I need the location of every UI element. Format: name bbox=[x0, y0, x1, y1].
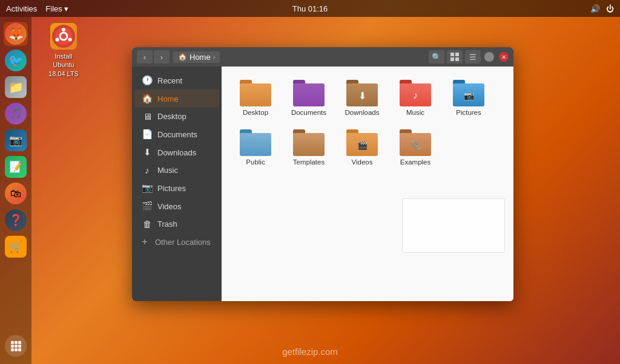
svg-rect-17 bbox=[455, 57, 459, 61]
trash-icon: 🗑 bbox=[142, 219, 153, 229]
close-button[interactable]: ✕ bbox=[499, 52, 509, 62]
topbar-clock: Thu 01:16 bbox=[292, 4, 328, 13]
sidebar-item-trash[interactable]: 🗑 Trash bbox=[134, 215, 219, 233]
folder-music[interactable]: ♪ Music bbox=[391, 76, 440, 121]
svg-rect-4 bbox=[15, 345, 18, 348]
dock-item-help[interactable]: ❓ bbox=[4, 208, 28, 232]
power-icon[interactable]: ⏻ bbox=[606, 4, 614, 13]
music-icon: ♪ bbox=[142, 165, 153, 175]
file-manager-window: ‹ › 🏠 Home › 🔍 ☰ ✕ bbox=[132, 47, 513, 301]
folder-pictures-icon: 📷 bbox=[453, 80, 484, 106]
folder-pictures[interactable]: 📷 Pictures bbox=[444, 76, 493, 121]
forward-button[interactable]: › bbox=[154, 50, 170, 63]
folder-public-icon bbox=[240, 129, 271, 156]
sidebar-label-pictures: Pictures bbox=[157, 184, 186, 193]
file-area: Desktop Documents ⬇ bbox=[222, 67, 513, 301]
svg-point-13 bbox=[55, 38, 59, 42]
dock-item-files[interactable]: 📁 bbox=[4, 75, 28, 99]
dock-item-firefox[interactable]: 🦊 bbox=[4, 22, 28, 46]
sidebar-label-recent: Recent bbox=[157, 76, 182, 85]
dock-item-amazon[interactable]: 🛒 bbox=[4, 235, 28, 259]
sidebar-item-home[interactable]: 🏠 Home bbox=[134, 89, 219, 108]
sidebar-item-videos[interactable]: 🎬 Videos bbox=[134, 197, 219, 215]
sidebar-label-home: Home bbox=[157, 94, 179, 103]
sidebar-label-documents: Documents bbox=[157, 130, 197, 139]
sidebar-label-desktop: Desktop bbox=[157, 112, 186, 121]
folder-examples-label: Examples bbox=[400, 158, 431, 167]
sidebar-item-recent[interactable]: 🕐 Recent bbox=[134, 71, 219, 89]
dock-item-libreoffice[interactable]: 📝 bbox=[4, 155, 28, 179]
sidebar-item-downloads[interactable]: ⬇ Downloads bbox=[134, 143, 219, 161]
sidebar-item-music[interactable]: ♪ Music bbox=[134, 161, 219, 179]
folder-desktop-label: Desktop bbox=[243, 109, 268, 117]
downloads-icon: ⬇ bbox=[142, 147, 153, 158]
topbar-right: 🔊 ⏻ bbox=[590, 4, 614, 13]
recent-icon: 🕐 bbox=[142, 75, 153, 86]
home-icon: 🏠 bbox=[178, 53, 187, 61]
view-toggle-button[interactable] bbox=[447, 50, 463, 63]
dock-item-thunderbird[interactable]: 🐦 bbox=[4, 48, 28, 73]
sidebar-item-pictures[interactable]: 📷 Pictures bbox=[134, 179, 219, 197]
svg-rect-8 bbox=[18, 348, 21, 351]
content-area: 🕐 Recent 🏠 Home 🖥 Desktop 📄 Documents ⬇ … bbox=[132, 67, 513, 301]
breadcrumb-label: Home bbox=[190, 53, 211, 62]
sidebar-item-documents[interactable]: 📄 Documents bbox=[134, 125, 219, 143]
svg-rect-0 bbox=[11, 341, 14, 344]
activities-button[interactable]: Activities bbox=[6, 4, 37, 13]
sidebar: 🕐 Recent 🏠 Home 🖥 Desktop 📄 Documents ⬇ … bbox=[132, 67, 222, 301]
topbar-left: Activities Files ▾ bbox=[6, 4, 68, 13]
sidebar-item-other-locations[interactable]: + Other Locations bbox=[132, 233, 222, 251]
folder-videos[interactable]: 🎬 Videos bbox=[338, 126, 386, 171]
search-button[interactable]: 🔍 bbox=[429, 50, 444, 63]
svg-rect-16 bbox=[450, 57, 454, 61]
dock-item-rhythmbox[interactable]: 🎵 bbox=[4, 102, 28, 126]
dock: 🦊 🐦 📁 🎵 📷 📝 🛍 ❓ 🛒 bbox=[0, 17, 31, 364]
audio-icon[interactable]: 🔊 bbox=[590, 4, 600, 13]
svg-rect-2 bbox=[18, 341, 21, 344]
dock-item-ubuntu-software[interactable]: 🛍 bbox=[4, 181, 28, 206]
pictures-icon: 📷 bbox=[142, 183, 153, 193]
folder-examples[interactable]: 📎 Examples bbox=[391, 126, 440, 171]
files-menu[interactable]: Files ▾ bbox=[45, 4, 68, 13]
sidebar-label-music: Music bbox=[157, 166, 178, 175]
ubuntu-install-icon-img bbox=[50, 23, 77, 50]
dock-item-shotwell[interactable]: 📷 bbox=[4, 128, 28, 152]
install-ubuntu-label: InstallUbuntu18.04 LTS bbox=[48, 52, 79, 78]
folder-templates[interactable]: Templates bbox=[285, 126, 333, 171]
add-icon: + bbox=[139, 236, 150, 247]
breadcrumb-chevron: › bbox=[213, 53, 216, 60]
sidebar-label-downloads: Downloads bbox=[157, 148, 196, 157]
sidebar-label-videos: Videos bbox=[157, 202, 182, 211]
breadcrumb: 🏠 Home › bbox=[173, 51, 220, 63]
selection-box bbox=[402, 198, 505, 253]
file-grid: Desktop Documents ⬇ bbox=[231, 76, 504, 171]
svg-rect-3 bbox=[11, 345, 14, 348]
svg-rect-7 bbox=[15, 348, 18, 351]
folder-downloads[interactable]: ⬇ Downloads bbox=[338, 76, 386, 121]
folder-downloads-icon: ⬇ bbox=[346, 80, 378, 106]
back-button[interactable]: ‹ bbox=[137, 50, 153, 63]
folder-public[interactable]: Public bbox=[231, 126, 280, 171]
documents-icon: 📄 bbox=[142, 129, 153, 140]
desktop-icon-nav: 🖥 bbox=[142, 111, 153, 122]
folder-templates-icon bbox=[293, 129, 325, 156]
desktop-install-ubuntu-icon[interactable]: InstallUbuntu18.04 LTS bbox=[42, 23, 85, 78]
menu-button[interactable]: ☰ bbox=[465, 50, 481, 63]
folder-documents[interactable]: Documents bbox=[285, 76, 333, 121]
folder-examples-icon: 📎 bbox=[400, 129, 431, 156]
folder-desktop[interactable]: Desktop bbox=[231, 76, 280, 121]
videos-icon: 🎬 bbox=[142, 201, 153, 212]
sidebar-label-other: Other Locations bbox=[155, 238, 211, 247]
svg-rect-14 bbox=[450, 53, 454, 56]
home-nav-icon: 🏠 bbox=[142, 93, 153, 104]
folder-public-label: Public bbox=[246, 158, 265, 167]
show-apps-button[interactable] bbox=[4, 334, 28, 358]
svg-rect-1 bbox=[15, 341, 18, 344]
titlebar: ‹ › 🏠 Home › 🔍 ☰ ✕ bbox=[132, 47, 513, 67]
svg-point-11 bbox=[62, 28, 65, 31]
svg-rect-5 bbox=[18, 345, 21, 348]
minimize-button[interactable] bbox=[484, 52, 494, 62]
watermark: getfilezip.com bbox=[282, 346, 338, 357]
sidebar-item-desktop[interactable]: 🖥 Desktop bbox=[134, 108, 219, 125]
titlebar-actions: 🔍 ☰ ✕ bbox=[429, 50, 509, 63]
